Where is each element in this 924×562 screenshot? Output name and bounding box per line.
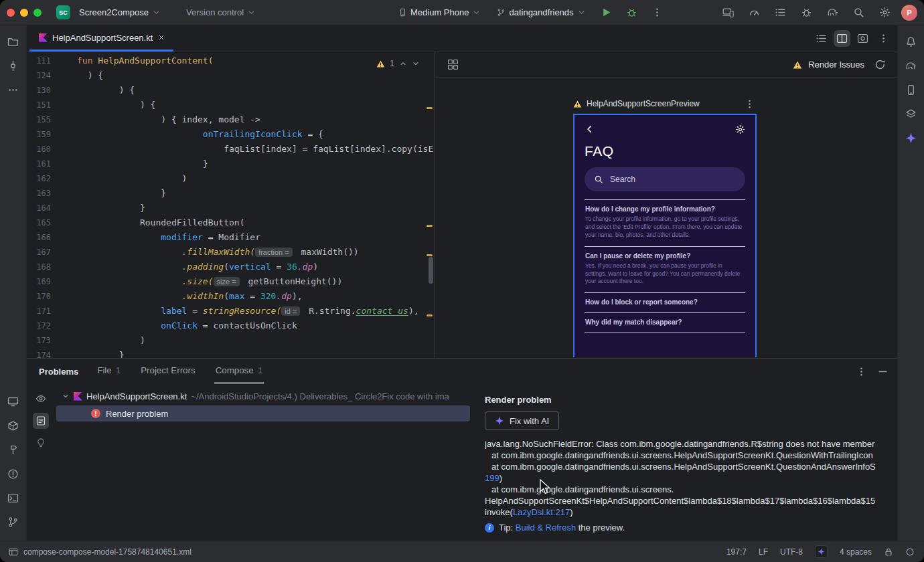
phone-preview[interactable]: FAQ Search How do I change my profile in…	[573, 114, 757, 357]
lock-icon[interactable]	[884, 547, 893, 557]
file-encoding[interactable]: UTF-8	[780, 547, 803, 557]
tab-compose[interactable]: Compose 1	[214, 359, 264, 384]
build-refresh-link[interactable]: Build & Refresh	[516, 523, 576, 533]
device-mirroring-button[interactable]	[718, 3, 737, 22]
line-number[interactable]: 164	[27, 201, 60, 215]
line-number[interactable]: 161	[27, 157, 60, 171]
gemini-button[interactable]	[902, 128, 921, 147]
line-number[interactable]: 111	[27, 54, 60, 68]
zoom-window-button[interactable]	[33, 9, 42, 17]
panel-options-button[interactable]	[853, 363, 869, 379]
problems-tool-button[interactable]	[4, 464, 23, 483]
line-number[interactable]: 174	[27, 348, 60, 358]
fix-with-ai-button[interactable]: Fix with AI	[485, 411, 559, 430]
indent-setting[interactable]: 4 spaces	[840, 547, 872, 557]
code-line-text[interactable]: fun HelpAndSupportContent(	[60, 54, 214, 68]
run-config-selector[interactable]: datingandfriends	[492, 5, 590, 20]
stack-link[interactable]: 199	[485, 473, 499, 483]
line-number[interactable]: 159	[27, 127, 60, 142]
ai-status-badge[interactable]	[815, 545, 828, 558]
code-line-text[interactable]: RoundedFilledButton(	[60, 215, 244, 230]
todo-list-button[interactable]	[771, 3, 789, 22]
code-line-text[interactable]: }	[60, 201, 145, 215]
more-tool-windows-button[interactable]	[4, 80, 23, 99]
code-line-text[interactable]: }	[60, 348, 124, 358]
quick-fix-button[interactable]	[33, 435, 49, 451]
line-number[interactable]: 173	[27, 333, 60, 348]
problem-row-selected[interactable]: ! Render problem	[56, 405, 470, 421]
terminal-tool-button[interactable]	[4, 488, 23, 507]
preview-name[interactable]: HelpAndSupportScreenPreview	[587, 99, 700, 108]
prev-warning-icon[interactable]	[399, 60, 407, 68]
status-file-name[interactable]: compose-compose-model-1758748140651.xml	[23, 547, 191, 557]
user-avatar[interactable]: P	[901, 5, 917, 21]
line-number[interactable]: 124	[27, 68, 60, 83]
caret-position[interactable]: 197:7	[726, 547, 747, 557]
code-line-text[interactable]: onTrailingIconClick = {	[60, 127, 323, 142]
project-menu[interactable]: Screen2Compose	[74, 5, 165, 20]
code-line-text[interactable]: )	[60, 333, 145, 348]
status-indicator-icon[interactable]	[905, 547, 915, 557]
tab-close-icon[interactable]	[157, 33, 165, 41]
gradle-tool-button[interactable]	[902, 56, 921, 75]
code-line-text[interactable]: .widthIn(max = 320.dp),	[60, 289, 303, 304]
logcat-tool-button[interactable]	[4, 392, 23, 411]
code-line-text[interactable]: ) {	[60, 98, 155, 112]
build-tool-button[interactable]	[4, 440, 23, 459]
code-line-text[interactable]: faqList[index] = faqList[index].copy(isE	[60, 142, 433, 157]
preview-menu-button[interactable]	[742, 96, 757, 111]
code-line-text[interactable]: .padding(vertical = 36.dp)	[60, 260, 318, 274]
hide-panel-button[interactable]	[874, 363, 891, 379]
editor-scrollbar[interactable]	[429, 257, 433, 284]
bug-report-button[interactable]	[797, 3, 816, 22]
problem-file-row[interactable]: HelpAndSupportScreen.kt ~/AndroidStudioP…	[55, 388, 475, 404]
code-line-text[interactable]: onClick = contactUsOnClick	[60, 318, 297, 333]
build-refresh-button[interactable]	[870, 56, 889, 74]
run-button[interactable]	[597, 3, 616, 22]
more-actions-button[interactable]	[648, 3, 667, 22]
code-line-text[interactable]: .size(size = getButtonHeight())	[60, 274, 342, 289]
code-line-text[interactable]: .fillMaxWidth(fraction = maxWidth())	[60, 245, 359, 260]
minimize-window-button[interactable]	[20, 9, 28, 17]
line-number[interactable]: 172	[27, 318, 60, 333]
line-number[interactable]: 170	[27, 289, 60, 304]
line-number[interactable]: 169	[27, 274, 60, 289]
code-line-text[interactable]: ) {	[60, 68, 103, 83]
preview-problems-button[interactable]	[33, 391, 49, 407]
line-number[interactable]: 165	[27, 215, 60, 230]
warning-stripe-mark[interactable]	[427, 107, 433, 109]
gradle-sync-button[interactable]	[823, 3, 842, 22]
editor-tab[interactable]: HelpAndSupportScreen.kt	[29, 25, 173, 52]
device-selector[interactable]: Medium Phone	[394, 5, 485, 20]
design-mode-button[interactable]	[854, 30, 871, 47]
editor-options-button[interactable]	[875, 30, 892, 47]
line-number[interactable]: 166	[27, 230, 60, 245]
warning-stripe-mark[interactable]	[427, 225, 433, 227]
running-devices-button[interactable]	[902, 104, 921, 123]
line-number[interactable]: 168	[27, 260, 60, 274]
project-tool-button[interactable]	[4, 32, 23, 51]
line-number[interactable]: 167	[27, 245, 60, 260]
app-inspection-tool-button[interactable]	[4, 416, 23, 435]
warning-stripe-mark[interactable]	[427, 254, 433, 256]
code-editor[interactable]: 111fun HelpAndSupportContent(124 ) {130 …	[27, 52, 435, 358]
notifications-button[interactable]	[902, 32, 921, 51]
line-number[interactable]: 151	[27, 98, 60, 112]
code-line-text[interactable]: )	[60, 171, 187, 186]
code-line-text[interactable]: modifier = Modifier	[60, 230, 260, 245]
stack-link[interactable]: LazyDsl.kt:217	[513, 507, 570, 517]
tab-file[interactable]: File 1	[96, 359, 122, 384]
warning-stripe-mark[interactable]	[427, 314, 433, 316]
tab-project-errors[interactable]: Project Errors	[139, 359, 196, 384]
details-view-button[interactable]	[33, 413, 49, 429]
code-line-text[interactable]: }	[60, 186, 166, 201]
code-line-text[interactable]: }	[60, 157, 208, 171]
line-number[interactable]: 160	[27, 142, 60, 157]
device-manager-button[interactable]	[902, 80, 921, 99]
split-mode-button[interactable]	[834, 30, 850, 47]
line-number[interactable]: 155	[27, 112, 60, 127]
version-control-menu[interactable]: Version control	[181, 5, 260, 20]
close-window-button[interactable]	[7, 9, 15, 17]
inspection-widget[interactable]: 1	[372, 58, 424, 70]
version-control-tool-button[interactable]	[4, 512, 23, 531]
